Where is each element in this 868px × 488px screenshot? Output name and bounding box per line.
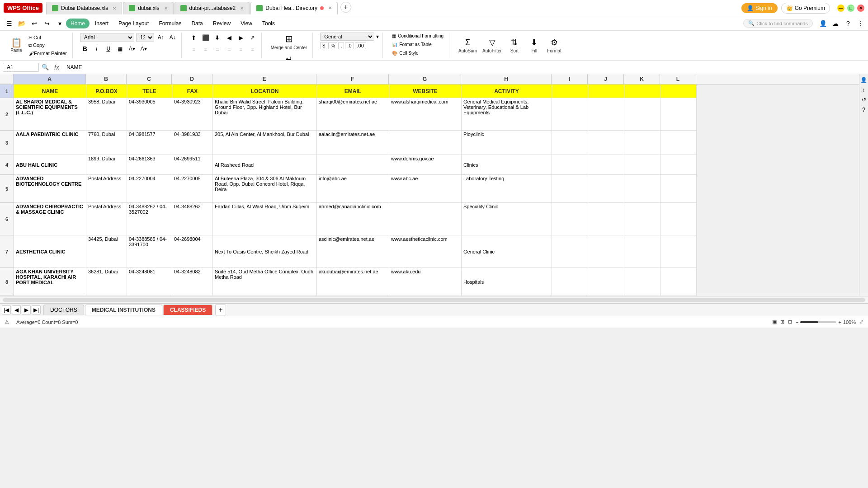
sign-in-button[interactable]: 👤 Sign in — [741, 3, 778, 13]
cell-a6[interactable]: ADVANCED CHIROPRACTIC & MASSAGE CLINIC — [14, 203, 86, 235]
row-header-7[interactable]: 7 — [0, 235, 14, 268]
cell-i3[interactable] — [552, 131, 588, 155]
cell-g3[interactable] — [389, 131, 462, 155]
autofilter-button[interactable]: ▽ AutoFilter — [481, 33, 504, 58]
font-size-select[interactable]: 12 — [136, 33, 154, 42]
cell-b2[interactable]: 3958, Dubai — [86, 98, 127, 131]
cell-a2[interactable]: AL SHARQI MEDICAL & SCIENTIFIC EQUIPMENT… — [14, 98, 86, 131]
view-normal-icon[interactable]: ▣ — [772, 319, 777, 325]
command-search[interactable]: 🔍 Click to find commands — [743, 19, 813, 28]
row-header-3[interactable]: 3 — [0, 131, 14, 155]
cell-i1[interactable] — [552, 84, 588, 98]
col-header-d[interactable]: D — [172, 74, 212, 84]
more-icon[interactable]: ▾ — [54, 18, 65, 29]
cell-b6[interactable]: Postal Address — [86, 203, 127, 235]
sheet-tab-medical[interactable]: MEDICAL INSTITUTIONS — [85, 305, 162, 315]
format-painter-button[interactable]: 🖌 Format Painter — [27, 50, 69, 57]
cell-j4[interactable] — [588, 155, 624, 175]
decrease-decimal-button[interactable]: .00 — [355, 42, 366, 49]
open-icon[interactable]: 📂 — [16, 18, 27, 29]
tab-close-2[interactable]: ✕ — [164, 6, 168, 11]
cell-h1[interactable]: ACTIVITY — [462, 84, 552, 98]
cell-c7[interactable]: 04-3388585 / 04-3391700 — [127, 235, 172, 268]
cell-j6[interactable] — [588, 203, 624, 235]
zoom-in-button[interactable]: + — [838, 319, 841, 325]
close-button[interactable]: ✕ — [857, 5, 864, 12]
cell-g1[interactable]: WEBSITE — [389, 84, 462, 98]
cell-g7[interactable]: www.aestheticaclinic.com — [389, 235, 462, 268]
menu-insert[interactable]: Insert — [90, 19, 113, 28]
cell-l8[interactable] — [660, 268, 697, 296]
cell-h2[interactable]: General Medical Equipments, Veterinary, … — [462, 98, 552, 131]
indent-button[interactable]: ≡ — [236, 44, 246, 54]
copy-button[interactable]: ⧉ Copy — [27, 42, 69, 49]
align-left-button[interactable]: ≡ — [189, 44, 199, 54]
font-color-button[interactable]: A▾ — [139, 44, 149, 54]
more-options-icon[interactable]: ⋮ — [855, 18, 866, 29]
tab-close-1[interactable]: ✕ — [113, 6, 116, 11]
add-tab-button[interactable]: + — [340, 2, 351, 13]
cell-b5[interactable]: Postal Address — [86, 175, 127, 203]
underline-button[interactable]: U — [104, 44, 113, 54]
cell-c4[interactable]: 04-2661363 — [127, 155, 172, 175]
tab-close-3[interactable]: ✕ — [240, 6, 244, 11]
zoom-out-button[interactable]: − — [796, 319, 798, 325]
align-right-button[interactable]: ≡ — [212, 44, 222, 54]
tab-close-4[interactable]: ✕ — [328, 5, 332, 10]
indent-increase-button[interactable]: ▶ — [236, 33, 246, 42]
cell-d8[interactable]: 04-3248082 — [172, 268, 213, 296]
sheet-nav-prev[interactable]: ◀ — [12, 305, 21, 314]
sheet-tab-classifieds[interactable]: CLASSIFIEDS — [163, 305, 212, 315]
cell-j1[interactable] — [588, 84, 624, 98]
col-header-k[interactable]: K — [624, 74, 660, 84]
cell-i2[interactable] — [552, 98, 588, 131]
minimize-button[interactable]: — — [837, 5, 844, 12]
cell-g2[interactable]: www.alsharqimedical.com — [389, 98, 462, 131]
text-direction-button[interactable]: ↗ — [248, 33, 258, 42]
col-header-c[interactable]: C — [127, 74, 172, 84]
cell-e7[interactable]: Next To Oasis Centre, Sheikh Zayed Road — [213, 235, 317, 268]
cell-e3[interactable]: 205, Al Ain Center, Al Mankhool, Bur Dub… — [213, 131, 317, 155]
fill-button[interactable]: ⬇ Fill — [525, 33, 543, 58]
h-scroll-track[interactable] — [3, 298, 865, 302]
percent-button[interactable]: % — [328, 42, 337, 49]
cell-a7[interactable]: AESTHETICA CLINIC — [14, 235, 86, 268]
wps-logo[interactable]: WPS Office — [4, 3, 42, 13]
font-name-select[interactable]: Arial — [80, 33, 134, 42]
cell-f4[interactable] — [317, 155, 389, 175]
cell-j2[interactable] — [588, 98, 624, 131]
zoom-slider[interactable] — [800, 321, 836, 323]
help-icon[interactable]: ? — [843, 18, 854, 29]
cell-c6[interactable]: 04-3488262 / 04-3527002 — [127, 203, 172, 235]
bold-button[interactable]: B — [80, 44, 90, 54]
number-format-select[interactable]: General — [320, 33, 374, 41]
format-as-table-button[interactable]: 📊 Format as Table — [390, 41, 434, 48]
border-button[interactable]: ▦ — [115, 44, 125, 54]
cell-k7[interactable] — [624, 235, 660, 268]
cell-f1[interactable]: EMAIL — [317, 84, 389, 98]
cell-k5[interactable] — [624, 175, 660, 203]
cell-d4[interactable]: 04-2699511 — [172, 155, 213, 175]
cell-j7[interactable] — [588, 235, 624, 268]
sort-button[interactable]: ⇅ Sort — [505, 33, 524, 58]
autosum-button[interactable]: Σ AutoSum — [457, 33, 479, 58]
cell-f7[interactable]: asclinic@emirates.net.ae — [317, 235, 389, 268]
cell-c8[interactable]: 04-3248081 — [127, 268, 172, 296]
cell-j3[interactable] — [588, 131, 624, 155]
cell-k3[interactable] — [624, 131, 660, 155]
sheet-nav-first[interactable]: |◀ — [2, 305, 11, 314]
merge-center-button[interactable]: ⊞ Merge and Center — [269, 33, 309, 51]
col-header-j[interactable]: J — [588, 74, 624, 84]
cell-e2[interactable]: Khalid Bin Walid Street, Falcon Building… — [213, 98, 317, 131]
cell-g8[interactable]: www.aku.edu — [389, 268, 462, 296]
cell-k2[interactable] — [624, 98, 660, 131]
row-header-1[interactable]: 1 — [0, 84, 14, 98]
undo-icon[interactable]: ↩ — [29, 18, 40, 29]
cell-b8[interactable]: 36281, Dubai — [86, 268, 127, 296]
sheet-nav-last[interactable]: ▶| — [32, 305, 41, 314]
tab-dubai-xls[interactable]: dubai.xls ✕ — [123, 2, 173, 14]
cut-button[interactable]: ✂ Cut — [27, 34, 69, 41]
cell-h4[interactable]: Clinics — [462, 155, 552, 175]
indent-decrease-button[interactable]: ◀ — [224, 33, 234, 42]
cell-l1[interactable] — [660, 84, 697, 98]
